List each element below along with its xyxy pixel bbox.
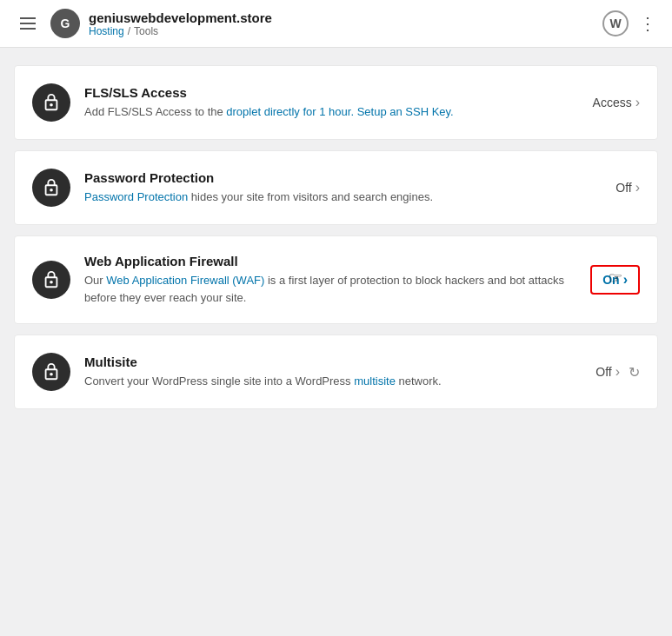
- tool-title-multisite: Multisite: [84, 354, 582, 369]
- waf-chevron-icon: ›: [623, 272, 628, 288]
- tool-icon-fls-sls: [32, 83, 70, 122]
- tool-body-fls-sls: FLS/SLS Access Add FLS/SLS Access to the…: [84, 85, 579, 121]
- multisite-chevron-icon: ›: [615, 364, 620, 380]
- tool-body-password: Password Protection Password Protection …: [84, 170, 602, 206]
- breadcrumb-tools: Tools: [134, 25, 158, 37]
- tool-desc-password: Password Protection hides your site from…: [84, 189, 602, 206]
- tool-desc-fls-sls: Add FLS/SLS Access to the droplet direct…: [84, 103, 579, 121]
- breadcrumb-separator: /: [128, 25, 130, 37]
- cursor-hand-icon: ☞: [609, 268, 622, 288]
- refresh-icon[interactable]: ↻: [629, 364, 640, 381]
- password-action-label: Off: [615, 181, 631, 195]
- password-protection-link[interactable]: Password Protection: [84, 190, 188, 203]
- multisite-action-label: Off: [595, 365, 611, 379]
- header-right: W ⋮: [602, 10, 658, 36]
- lock-icon: [42, 93, 61, 112]
- tool-desc-waf: Our Web Application Firewall (WAF) is a …: [84, 272, 576, 306]
- header: G geniuswebdevelopment.store Hosting / T…: [0, 0, 672, 48]
- breadcrumb-hosting[interactable]: Hosting: [89, 25, 124, 37]
- droplet-link[interactable]: droplet directly for 1 hour.: [226, 105, 354, 118]
- tool-action-fls-sls[interactable]: Access ›: [593, 95, 640, 110]
- tool-card-waf[interactable]: Web Application Firewall Our Web Applica…: [14, 235, 658, 324]
- breadcrumb: Hosting / Tools: [89, 25, 272, 37]
- wordpress-icon[interactable]: W: [602, 10, 629, 36]
- waf-link[interactable]: Web Application Firewall (WAF): [106, 274, 264, 287]
- menu-icon[interactable]: [14, 10, 42, 37]
- more-options-icon[interactable]: ⋮: [639, 13, 658, 34]
- multisite-icon: [42, 362, 61, 381]
- ssh-key-link[interactable]: Setup an SSH Key.: [357, 105, 454, 118]
- tool-body-multisite: Multisite Convert your WordPress single …: [84, 354, 582, 390]
- tool-card-fls-sls[interactable]: FLS/SLS Access Add FLS/SLS Access to the…: [14, 65, 658, 140]
- header-left: G geniuswebdevelopment.store Hosting / T…: [14, 9, 272, 38]
- site-name: geniuswebdevelopment.store: [89, 10, 272, 25]
- tool-title-fls-sls: FLS/SLS Access: [84, 85, 579, 100]
- tool-card-password[interactable]: Password Protection Password Protection …: [14, 150, 658, 225]
- waf-action-wrapper: On › ☞: [590, 265, 640, 295]
- tool-icon-multisite: [32, 353, 70, 391]
- tool-action-multisite[interactable]: Off › ↻: [595, 364, 640, 381]
- fls-chevron-icon: ›: [635, 95, 640, 110]
- password-chevron-icon: ›: [635, 180, 640, 195]
- multisite-link[interactable]: multisite: [354, 374, 396, 388]
- tool-card-multisite[interactable]: Multisite Convert your WordPress single …: [14, 335, 658, 409]
- tool-icon-waf: [32, 261, 70, 299]
- tool-title-waf: Web Application Firewall: [84, 254, 576, 268]
- firewall-icon: [42, 270, 61, 289]
- fls-action-label: Access: [593, 96, 632, 109]
- site-info: geniuswebdevelopment.store Hosting / Too…: [89, 10, 272, 37]
- tool-icon-password: [32, 169, 70, 207]
- avatar: G: [50, 9, 80, 38]
- tool-action-password[interactable]: Off ›: [615, 180, 640, 195]
- tool-body-waf: Web Application Firewall Our Web Applica…: [84, 254, 576, 306]
- content-area: FLS/SLS Access Add FLS/SLS Access to the…: [0, 48, 672, 437]
- tool-title-password: Password Protection: [84, 170, 602, 185]
- tool-desc-multisite: Convert your WordPress single site into …: [84, 373, 582, 390]
- shield-icon: [42, 178, 61, 197]
